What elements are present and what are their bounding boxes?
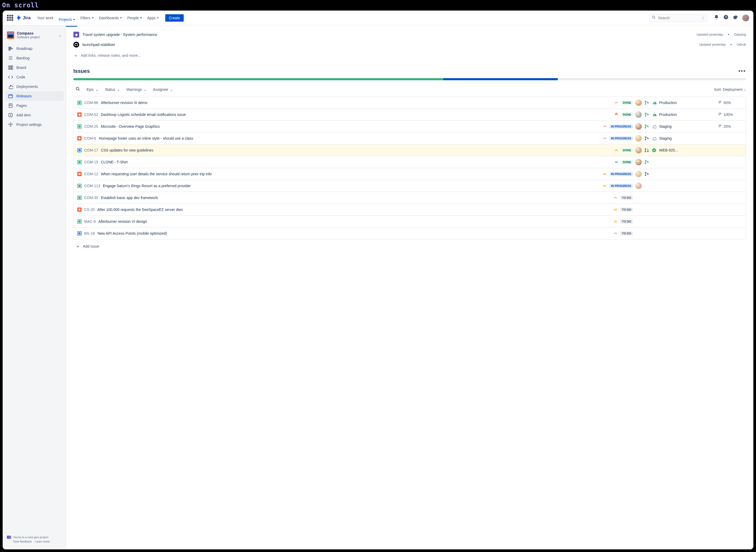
priority-medium-icon [613,220,618,224]
learn-more-link[interactable]: Learn more [35,540,50,543]
assignee-avatar[interactable] [635,183,642,189]
assignee-avatar[interactable] [635,171,642,177]
sidebar-item-releases[interactable]: Releases [5,91,63,101]
filter-status[interactable]: Status⌄ [105,88,120,92]
create-button[interactable]: Create [165,14,184,22]
branch-icon[interactable] [644,124,649,129]
more-menu-icon[interactable]: ••• [738,67,746,75]
nav-item-filters[interactable]: Filters [79,13,96,22]
profile-avatar[interactable] [742,14,749,21]
issue-title: Microsite - Overview Page Graphics [101,124,600,129]
filter-search-icon[interactable] [75,87,80,93]
jira-logo[interactable]: Jira [15,15,31,21]
issue-key: CS-20 [84,208,95,212]
filter-warnings[interactable]: Warnings⌄ [126,88,147,92]
issue-title: Homepage footer uses an inline style - s… [99,136,600,140]
env-staging-icon [652,124,656,129]
filter-epic[interactable]: Epic⌄ [87,88,99,92]
settings-icon[interactable] [733,14,738,21]
link-row[interactable]: launchpad-stabiliserUpdated yesterday•Gi… [73,40,746,50]
assignee-avatar[interactable] [635,123,642,130]
app-switcher-icon[interactable] [7,15,13,21]
env-label: Production [659,101,677,105]
branch-icon[interactable] [644,148,649,153]
top-right-icons: ? [714,14,749,21]
flag-value: 20% [724,124,731,129]
issue-row[interactable]: MAC-9Afterburner revision VI designTO DO [73,216,746,228]
svg-point-34 [647,138,648,139]
issue-row[interactable]: COM-35Establish basic app dev frameworkT… [73,192,746,204]
branch-icon[interactable] [644,160,649,164]
svg-text:?: ? [725,15,727,19]
svg-rect-10 [9,66,10,69]
board-icon [8,65,13,70]
env-label: Staging [659,136,671,140]
issue-row[interactable]: COM-86Afterburner revision III demoDONEP… [73,97,746,109]
task-icon [78,148,82,152]
issue-row[interactable]: COM-25Microsite - Overview Page Graphics… [73,121,746,133]
search-input[interactable] [649,14,708,22]
issue-row[interactable]: COM-52Dashloop Logistic schedule email n… [73,109,746,121]
priority-low-icon [614,160,618,164]
sort-button[interactable]: Sort: Deployment ↓ [714,88,746,92]
backlog-icon [8,55,13,61]
status-lozenge: TO DO [620,195,633,200]
task-icon [78,231,82,236]
branch-icon[interactable] [644,112,649,117]
flag-value: 100% [724,113,733,117]
assignee-avatar[interactable] [635,147,642,153]
add-issue-button[interactable]: ＋ Add issue [73,240,746,250]
issue-key: COM-52 [84,113,98,117]
give-feedback-link[interactable]: Give feedback [13,540,32,543]
project-header[interactable]: Compass Software project ⌄ [5,29,63,41]
link-row[interactable]: ◆Travel system upgrade - System performa… [73,29,746,40]
sidebar-item-board[interactable]: Board [5,63,63,72]
nav-item-dashboards[interactable]: Dashboards [97,13,124,22]
sidebar-item-add-item[interactable]: Add item [5,110,63,120]
nav-item-your-work[interactable]: Your work [35,13,55,22]
assignee-avatar[interactable] [635,135,642,141]
issue-row[interactable]: COM-12When requesting user details the s… [73,168,746,180]
sidebar-item-code[interactable]: Code [5,72,63,82]
branch-icon[interactable] [644,172,649,176]
status-lozenge: IN PROGRESS [609,124,633,129]
sidebar-item-backlog[interactable]: Backlog [5,53,63,63]
issue-row[interactable]: COM-6Homepage footer uses an inline styl… [73,133,746,144]
status-lozenge: IN PROGRESS [609,184,633,188]
svg-point-27 [645,115,646,116]
nav-item-people[interactable]: People [125,13,144,22]
sidebar-item-project-settings[interactable]: Project settings [5,120,63,129]
status-lozenge: IN PROGRESS [609,136,633,140]
branch-icon[interactable] [644,136,649,141]
issue-row[interactable]: COM-17CSS updates for new guidelinesDONE… [73,144,746,156]
page-icon [8,103,13,108]
chevron-down-icon [73,19,75,20]
sidebar-item-deployments[interactable]: Deployments [5,82,63,91]
issue-row[interactable]: BG-18New API Access Points (mobile optim… [73,228,746,239]
issue-row[interactable]: COM-15CLONE - T-ShirtDONE [73,156,746,168]
nav-item-projects[interactable]: Projects [56,13,78,27]
filter-assignee[interactable]: Assignee⌄ [153,88,173,92]
app-window: Jira Your workProjectsFiltersDashboardsP… [3,11,753,549]
env-staging-icon [652,136,656,141]
notifications-icon[interactable] [714,14,719,21]
sidebar-item-roadmap[interactable]: Roadmap [5,44,63,53]
help-icon[interactable]: ? [723,14,729,21]
issue-row[interactable]: COM-113Engage Saturn's Rings Resort as a… [73,180,746,192]
env-label: Staging [659,124,671,129]
assignee-avatar[interactable] [635,159,642,165]
nav-item-apps[interactable]: Apps [145,13,161,22]
add-links-button[interactable]: ＋ Add links, release notes, and more... [73,50,746,61]
assignee-avatar[interactable] [635,100,642,106]
svg-point-23 [645,101,646,102]
svg-rect-11 [10,66,11,69]
issue-row[interactable]: CS-20After 100,000 requests the SeeSpace… [73,204,746,216]
sidebar-item-pages[interactable]: Pages [5,101,63,110]
assignee-avatar[interactable] [635,111,642,118]
flag-icon [718,124,722,129]
status-lozenge: IN PROGRESS [609,172,633,176]
svg-rect-5 [9,48,13,49]
story-icon [78,220,82,224]
filter-bar: Epic⌄Status⌄Warnings⌄Assignee⌄ Sort: Dep… [73,85,746,97]
branch-icon[interactable] [644,100,649,105]
